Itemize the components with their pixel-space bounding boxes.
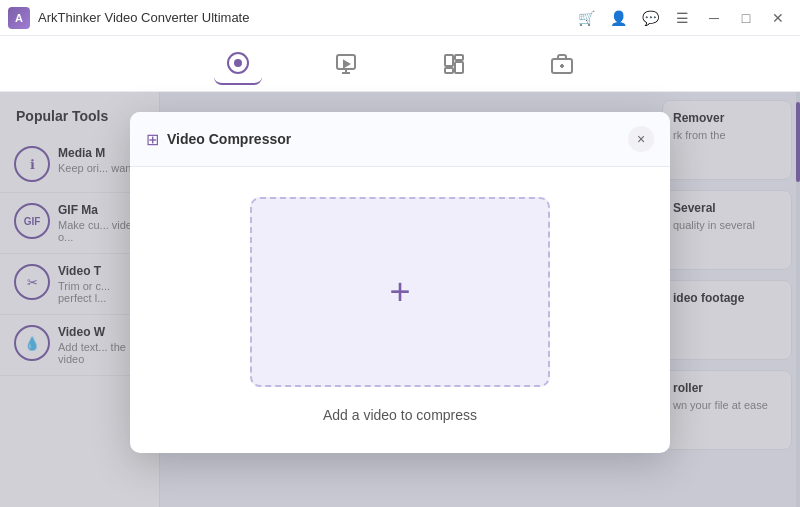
plus-icon: + <box>389 274 410 310</box>
svg-rect-5 <box>455 62 463 73</box>
app-logo: A <box>8 7 30 29</box>
modal-close-button[interactable]: × <box>628 126 654 152</box>
nav-layout[interactable] <box>430 44 478 84</box>
chat-icon[interactable]: 💬 <box>636 4 664 32</box>
titlebar: A ArkThinker Video Converter Ultimate 🛒 … <box>0 0 800 36</box>
drop-zone[interactable]: + <box>250 197 550 387</box>
minimize-button[interactable]: ─ <box>700 4 728 32</box>
app-title: ArkThinker Video Converter Ultimate <box>38 10 572 25</box>
close-button[interactable]: ✕ <box>764 4 792 32</box>
modal-body: + Add a video to compress <box>130 167 670 453</box>
drop-label: Add a video to compress <box>323 407 477 423</box>
window-controls: 🛒 👤 💬 ☰ ─ □ ✕ <box>572 4 792 32</box>
nav-media[interactable] <box>322 44 370 84</box>
nav-toolbox[interactable] <box>538 44 586 84</box>
svg-point-1 <box>235 60 241 66</box>
modal-overlay: ⊞ Video Compressor × + Add a video to co… <box>0 92 800 507</box>
cart-icon[interactable]: 🛒 <box>572 4 600 32</box>
svg-rect-6 <box>445 68 453 73</box>
modal-title: Video Compressor <box>167 131 628 147</box>
nav-convert[interactable] <box>214 43 262 85</box>
menu-icon[interactable]: ☰ <box>668 4 696 32</box>
modal-header-icon: ⊞ <box>146 130 159 149</box>
maximize-button[interactable]: □ <box>732 4 760 32</box>
modal-header: ⊞ Video Compressor × <box>130 112 670 167</box>
navbar <box>0 36 800 92</box>
svg-rect-3 <box>445 55 453 66</box>
main-content: Popular Tools ℹ Media M Keep ori... want… <box>0 92 800 507</box>
video-compressor-modal: ⊞ Video Compressor × + Add a video to co… <box>130 112 670 453</box>
svg-rect-4 <box>455 55 463 60</box>
user-icon[interactable]: 👤 <box>604 4 632 32</box>
